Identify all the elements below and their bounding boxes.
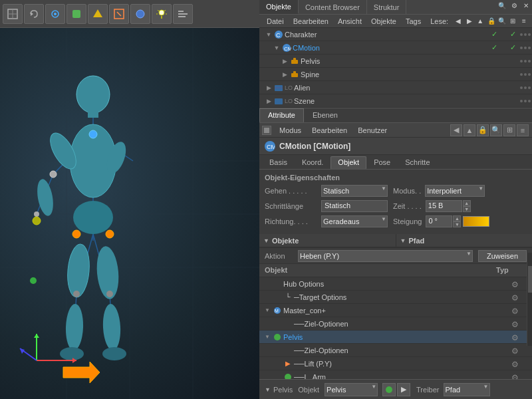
stepper-up-zeit[interactable]: ▲: [463, 200, 471, 206]
toolbar-btn-home[interactable]: [3, 4, 23, 24]
section-header-pfad[interactable]: ▼ Pfad: [396, 234, 533, 247]
prop-select-modus[interactable]: Interpoliert: [425, 185, 485, 197]
list-item-target-options[interactable]: └ ─Target Options ⚙: [259, 291, 532, 304]
sub-tab-schritte[interactable]: Schritte: [398, 156, 437, 169]
menu-bearbeiten[interactable]: Bearbeiten: [289, 17, 333, 26]
list-item-ziel-optionen-2[interactable]: ──Ziel-Optionen ⚙: [259, 344, 532, 357]
svg-point-51: [72, 230, 80, 238]
toolbar-btn-object[interactable]: [130, 4, 150, 24]
svg-line-15: [164, 10, 166, 11]
tab-attribute[interactable]: Attribute: [259, 108, 304, 122]
lock-icon[interactable]: 🔒: [486, 16, 495, 27]
prop-select-gehen[interactable]: Statisch: [321, 185, 388, 197]
toolbar-btn-scale[interactable]: [109, 4, 129, 24]
tree-row-spine[interactable]: ▶ Spine: [259, 68, 532, 81]
right-panel: Objekte Content Browser Struktur 🔍 ⚙ ✕ D…: [259, 0, 532, 399]
expand-icon[interactable]: ⊞: [508, 16, 517, 27]
tree-row-szene[interactable]: ▶ LO Szene: [259, 94, 532, 108]
tree-row-cmotion[interactable]: ▼ CM CMotion ✓ ✓: [259, 41, 532, 55]
toolbar-btn-undo[interactable]: [24, 4, 44, 24]
list-item-pelvis[interactable]: ▼ Pelvis ⚙: [259, 331, 532, 344]
bottom-treiber-select[interactable]: Pfad: [444, 383, 490, 396]
toolbar-btn-settings[interactable]: [173, 4, 193, 24]
tree-row-pelvis[interactable]: ▶ Pelvis: [259, 55, 532, 68]
bottom-icon-btn-1[interactable]: [382, 383, 396, 396]
list-item-ziel-optionen-1[interactable]: ──Ziel-Optionen ⚙: [259, 317, 532, 331]
tab-content-browser[interactable]: Content Browser: [299, 0, 367, 14]
list-item-hub-options[interactable]: Hub Options ⚙: [259, 277, 532, 291]
tree-expand-spine[interactable]: ▶: [281, 70, 289, 78]
search-icon[interactable]: 🔍: [497, 0, 507, 11]
tree-expand-charakter[interactable]: ▼: [265, 31, 273, 39]
list-item-l-arm[interactable]: ──L_Arm ⚙: [259, 370, 532, 379]
expand-pelvis-obj[interactable]: ▼: [263, 334, 271, 340]
stepper-down-zeit[interactable]: ▼: [463, 206, 471, 212]
bottom-icon-btn-2[interactable]: ▶: [397, 383, 410, 396]
svg-point-12: [159, 10, 164, 15]
search-mode-icon[interactable]: 🔍: [490, 124, 502, 136]
prop-select-richtung[interactable]: Geradeaus: [321, 215, 388, 227]
tree-check-cmotion: ✓: [489, 43, 499, 53]
arrow-up-mode-icon[interactable]: ▲: [464, 124, 475, 136]
tree-row-alien[interactable]: ▶ LO Alien: [259, 81, 532, 94]
bottom-treiber-label: Treiber: [416, 386, 439, 394]
tab-objekte[interactable]: Objekte: [259, 0, 299, 14]
action-select[interactable]: Heben (P.Y): [298, 250, 473, 262]
stepper-up-steigung[interactable]: ▲: [453, 215, 461, 221]
toolbar-btn-light[interactable]: [152, 4, 172, 24]
svg-rect-36: [88, 108, 98, 118]
bottom-obj-select-wrapper: Pelvis: [325, 383, 378, 396]
assign-button[interactable]: Zuweisen: [478, 250, 527, 262]
tab-ebenen[interactable]: Ebenen: [304, 108, 346, 122]
more-mode-icon[interactable]: ≡: [517, 124, 529, 136]
bottom-obj-select[interactable]: Pelvis: [325, 383, 378, 396]
sub-tab-basis[interactable]: Basis: [262, 156, 295, 169]
arrow-left-mode-icon[interactable]: ◀: [450, 124, 462, 136]
arrow-right-icon[interactable]: ▶: [465, 16, 474, 27]
mode-btn-bearbeiten[interactable]: Bearbeiten: [307, 126, 352, 135]
expand-master-con[interactable]: ▼: [263, 307, 271, 313]
tree-expand-pelvis[interactable]: ▶: [281, 57, 289, 65]
menu-tags[interactable]: Tags: [401, 17, 426, 26]
gear-l-arm: ⚙: [499, 373, 532, 380]
tree-expand-alien[interactable]: ▶: [265, 84, 273, 92]
sub-tab-objekt[interactable]: Objekt: [331, 156, 366, 169]
more-icon[interactable]: ≡: [519, 16, 529, 27]
toolbar-btn-move[interactable]: [66, 4, 86, 24]
arrow-left-icon[interactable]: ◀: [454, 16, 463, 27]
sub-tab-koord[interactable]: Koord.: [295, 156, 331, 169]
bottom-obj-label: Objekt: [298, 386, 319, 394]
viewport-3d[interactable]: [0, 28, 259, 399]
search2-icon[interactable]: 🔍: [497, 16, 507, 27]
mode-btn-modus[interactable]: Modus: [274, 126, 307, 135]
menu-objekte[interactable]: Objekte: [366, 17, 401, 26]
list-item-master-con[interactable]: ▼ M Master_con+ ⚙: [259, 304, 532, 317]
toolbar-btn-select[interactable]: [45, 4, 65, 24]
lock-mode-icon[interactable]: 🔒: [477, 124, 489, 136]
mode-btn-benutzer[interactable]: Benutzer: [352, 126, 392, 135]
obj-list-header: Objekt Typ: [259, 264, 532, 277]
close-icon[interactable]: ✕: [521, 0, 531, 11]
bottom-label-pelvis: Pelvis: [273, 386, 293, 394]
scrollbar-thumb[interactable]: [528, 266, 532, 293]
menu-datei[interactable]: Datei: [262, 17, 289, 26]
menu-lese[interactable]: Lese:: [426, 17, 453, 26]
color-swatch-steigung[interactable]: [463, 216, 489, 227]
stepper-down-steigung[interactable]: ▼: [453, 221, 461, 227]
toolbar-btn-rotate[interactable]: [88, 4, 108, 24]
tree-row-charakter[interactable]: ▼ C Charakter ✓ ✓: [259, 28, 532, 41]
tab-struktur[interactable]: Struktur: [367, 0, 407, 14]
tree-expand-cmotion[interactable]: ▼: [273, 44, 281, 52]
settings-icon[interactable]: ⚙: [509, 0, 519, 11]
svg-marker-61: [63, 362, 100, 383]
menu-ansicht[interactable]: Ansicht: [333, 17, 366, 26]
tab-struktur-label: Struktur: [374, 3, 400, 11]
tree-expand-szene[interactable]: ▶: [265, 97, 273, 105]
list-item-lift-py[interactable]: ▶ ──Lift (P.Y) ⚙: [259, 357, 532, 370]
svg-marker-58: [34, 334, 39, 338]
section-header-objekte[interactable]: ▼ Objekte: [259, 234, 396, 247]
expand-mode-icon[interactable]: ⊞: [503, 124, 515, 136]
sub-tab-pose[interactable]: Pose: [366, 156, 398, 169]
menu-bar: Datei Bearbeiten Ansicht Objekte Tags Le…: [259, 15, 532, 28]
arrow-up-icon[interactable]: ▲: [475, 16, 485, 27]
